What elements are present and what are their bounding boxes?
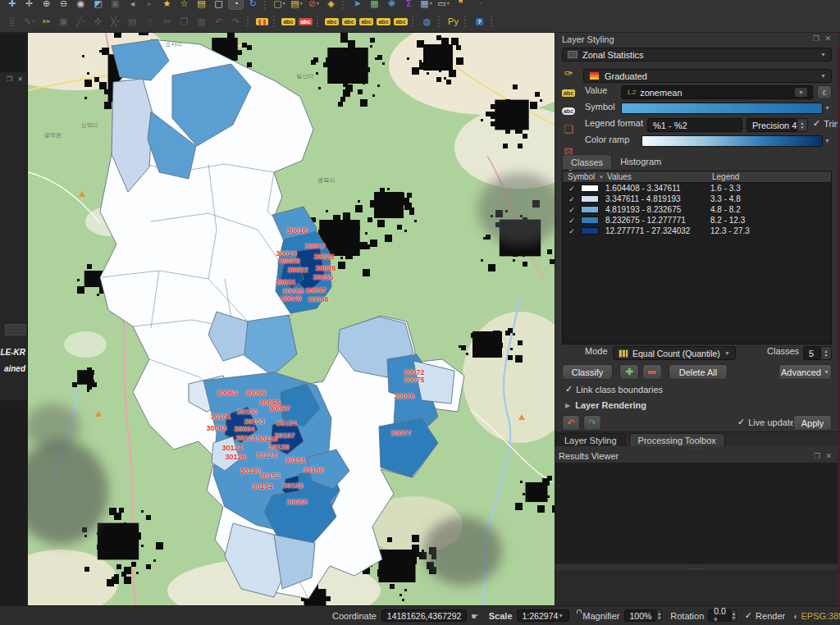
bookmark-manager-icon[interactable]: ▤ (194, 0, 209, 10)
layer-selector-combo[interactable]: Zonal Statistics ▼ (562, 48, 832, 62)
vertex-tool-icon[interactable]: ╳▾ (107, 15, 123, 28)
add-class-button[interactable]: ✚ (619, 364, 639, 380)
paste-features-icon[interactable]: ▥ (194, 15, 209, 28)
zoom-to-layer-icon[interactable]: ▣ (107, 0, 123, 10)
view-3d-tab-icon[interactable]: ❑ (559, 123, 578, 135)
classes-count-input[interactable]: 5 (803, 346, 821, 360)
move-feature-icon[interactable]: ✣ (90, 15, 106, 28)
map-svg[interactable] (28, 33, 555, 605)
link-boundaries-checkbox[interactable]: ✓Link class boundaries (565, 384, 663, 395)
tab-classes[interactable]: Classes (562, 154, 612, 169)
zoom-native-icon[interactable]: ◉ (73, 0, 89, 10)
magnifier-input[interactable]: 100% (624, 609, 658, 622)
zoom-out-icon[interactable]: ⊖ (56, 0, 71, 10)
identify-features-icon[interactable]: ➤ (349, 0, 365, 10)
advanced-button[interactable]: Advanced ▼ (778, 364, 832, 380)
apply-button[interactable]: Apply (793, 415, 832, 431)
render-checkbox[interactable]: ✓ (745, 610, 756, 621)
move-label-icon[interactable]: abc (358, 15, 374, 28)
chevron-down-icon[interactable]: ▼ (824, 138, 830, 144)
class-color-swatch[interactable] (581, 217, 599, 224)
current-edits-icon[interactable]: ✎▾ (21, 15, 37, 28)
class-row[interactable]: ✓3.347611 - 4.8191933.3 - 4.8 (563, 194, 831, 204)
symbology-tab-icon[interactable]: ✑ (559, 67, 578, 80)
tab-histogram[interactable]: Histogram (612, 154, 669, 169)
digitize-with-segment-icon[interactable]: ╱▾ (73, 15, 89, 28)
toggle-editing-icon[interactable]: ✏ (39, 15, 54, 28)
classes-count-spinner[interactable]: ▲▼ (821, 346, 832, 360)
change-label-icon[interactable]: abc (393, 15, 409, 28)
remove-class-button[interactable] (642, 364, 662, 380)
classes-table-header[interactable]: Symbol ▼ Values Legend (563, 171, 831, 183)
coordinate-input[interactable]: 14181626,4367292 (381, 609, 468, 622)
new-spatial-bookmark-icon[interactable]: ★ (159, 0, 175, 10)
show-bookmarks-icon[interactable]: ☆ (176, 0, 192, 10)
class-color-swatch[interactable] (581, 195, 599, 203)
results-viewer-window-icons[interactable]: ❐ ✕ (814, 452, 833, 460)
class-row[interactable]: ✓12.277771 - 27.32403212.3 - 27.3 (563, 226, 831, 236)
select-by-location-icon[interactable]: ◈ (323, 0, 339, 10)
save-edits-icon[interactable]: ▣ (56, 15, 71, 28)
modify-attributes-icon[interactable]: ▤ (125, 15, 140, 28)
class-visibility-check[interactable]: ✓ (563, 206, 581, 214)
class-row[interactable]: ✓4.819193 - 8.2326754.8 - 8.2 (563, 204, 831, 215)
labels-tab-icon[interactable]: abc (559, 85, 578, 98)
class-color-swatch[interactable] (581, 185, 599, 192)
rotation-input[interactable]: 0.0 ° (708, 609, 732, 622)
pin-unpin-labels-icon[interactable]: abc (341, 15, 357, 28)
bottom-tab-processing-toolbox[interactable]: Processing Toolbox (629, 433, 725, 446)
osm-place-search-icon[interactable]: ◍ (419, 15, 435, 28)
class-row[interactable]: ✓1.604408 - 3.3476111.6 - 3.3 (563, 183, 831, 194)
layer-labeling-options-icon[interactable]: abc (281, 15, 296, 28)
zoom-full-icon[interactable]: ✚ (4, 0, 20, 10)
processing-toolbox-icon[interactable]: ❋ (384, 0, 399, 10)
renderer-combo[interactable]: Graduated ▼ (583, 69, 832, 83)
show-sum-icon[interactable]: Σ (401, 0, 417, 10)
copy-features-icon[interactable]: ❐ (176, 15, 192, 28)
mouse-position-icon[interactable]: ☛ (471, 611, 478, 621)
delete-selected-icon[interactable]: ▯ (142, 15, 158, 28)
class-visibility-check[interactable]: ✓ (563, 195, 581, 203)
zoom-in-icon[interactable]: ⊕ (39, 0, 54, 10)
color-ramp-preview[interactable] (641, 135, 823, 147)
redo-icon[interactable]: ↷ (228, 15, 244, 28)
deselect-features-icon[interactable]: ⊘▾ (306, 0, 322, 10)
class-row[interactable]: ✓8.232675 - 12.2777718.2 - 12.3 (563, 215, 831, 226)
select-features-icon[interactable]: ▢▾ (272, 0, 287, 10)
chevron-down-icon[interactable]: ▼ (824, 105, 830, 111)
left-dock-collapsed-control[interactable] (5, 324, 26, 335)
undo-style-button[interactable]: ↶ (562, 415, 580, 431)
panel-window-icons[interactable]: ❐ ✕ (813, 34, 833, 43)
layer-diagram-options-icon[interactable]: abc (298, 15, 313, 28)
search-locator-icon[interactable]: ◌▾ (470, 0, 486, 10)
bottom-tab-layer-styling[interactable]: Layer Styling (555, 433, 626, 446)
scale-combo[interactable]: 1:262974▼ (517, 609, 570, 622)
precision-spinner[interactable]: ▲▼ (797, 118, 808, 132)
legend-format-input[interactable]: %1 - %2 (647, 118, 742, 132)
panel-grip-icon[interactable]: ⣿ (4, 15, 20, 28)
highlight-pinned-labels-icon[interactable]: abc (324, 15, 340, 28)
layer-rendering-section[interactable]: ▶ Layer Rendering (565, 400, 646, 410)
select-by-value-icon[interactable]: ▤▾ (289, 0, 304, 10)
cut-features-icon[interactable]: ✂ (159, 15, 175, 28)
zoom-next-icon[interactable]: ▸ (142, 0, 158, 10)
diagram-options-icon[interactable]: ❚❚ (254, 15, 270, 28)
left-dock-window-icons[interactable]: ❐ ✕ (7, 75, 25, 83)
class-visibility-check[interactable]: ✓ (563, 185, 581, 193)
trim-checkbox[interactable]: ✓Trim (813, 118, 840, 129)
precision-input[interactable]: Precision 4 (746, 118, 797, 132)
crs-indicator[interactable]: EPSG:3857 (801, 611, 840, 621)
class-color-swatch[interactable] (581, 206, 599, 213)
mode-combo[interactable]: Equal Count (Quantile) ▼ (613, 346, 736, 360)
pan-map-icon[interactable]: ✛ (21, 0, 37, 10)
map-canvas[interactable]: 소사리광덕면신덕리일산리공복리 300163001730019300203002… (28, 33, 555, 605)
zoom-to-selection-icon[interactable]: ◩ (90, 0, 106, 10)
live-update-checkbox[interactable]: ✓Live update (737, 417, 795, 427)
statistical-summary-icon[interactable]: ▦ (367, 0, 382, 10)
rotation-spinner[interactable]: ▲▼ (732, 609, 737, 622)
class-color-swatch[interactable] (581, 227, 599, 235)
map-tips-icon[interactable]: ❞ (453, 0, 468, 10)
temporal-controller-icon[interactable]: ◔ (228, 0, 244, 10)
class-visibility-check[interactable]: ✓ (563, 227, 581, 235)
class-visibility-check[interactable]: ✓ (563, 217, 581, 225)
